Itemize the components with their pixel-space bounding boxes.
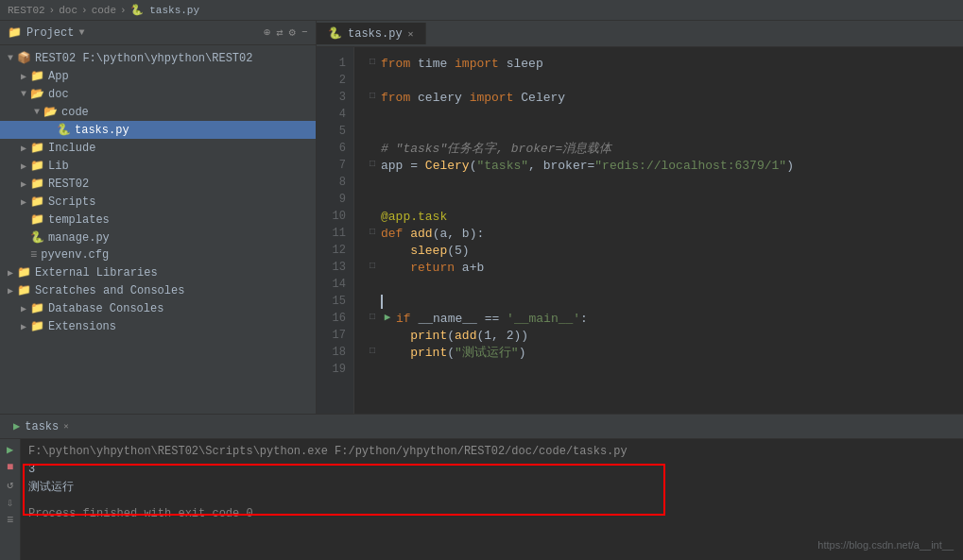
tab-file-icon: 🐍 [328,26,342,41]
folder-icon: 📁 [17,265,31,280]
project-sidebar: 📁 Project ▼ ⊕ ⇄ ⚙ – ▼ 📦 REST02 F:\python… [0,21,317,414]
run-button[interactable]: ▶ [7,443,13,457]
tree-item-code[interactable]: ▼ 📂 code [0,103,316,121]
tree-item-label: Include [48,142,95,155]
code-line: □ from celery import Celery [366,89,952,106]
breadcrumb-part: 🐍 tasks.py [130,4,199,16]
folder-icon: 📁 [30,177,44,191]
code-line [366,276,952,293]
arrow-icon: ▶ [17,143,30,154]
code-line [366,191,952,208]
tree-item-db-consoles[interactable]: ▶ 📁 Database Consoles [0,299,316,317]
breadcrumb-part: code [92,5,116,16]
tree-item-label: Database Consoles [48,302,163,315]
arrow-icon: ▶ [17,161,30,172]
stop-button[interactable]: ■ [7,461,13,474]
tree-item-tasks-py[interactable]: 🐍 tasks.py [0,121,316,139]
tree-item-templates[interactable]: 📁 templates [0,211,316,229]
folder-icon: 📁 [30,301,44,315]
fold-icon[interactable]: □ [366,55,379,69]
arrow-icon: ▶ [4,285,17,297]
code-line: □ app = Celery("tasks", broker="redis://… [366,157,952,174]
folder-icon: 📁 [30,212,44,227]
sidebar-title: 📁 Project ▼ [8,25,84,40]
tree-item-label: Extensions [48,320,116,333]
tree-item-external-libs[interactable]: ▶ 📁 External Libraries [0,263,316,281]
tree-item-manage-py[interactable]: 🐍 manage.py [0,229,316,246]
run-arrow-icon[interactable]: ▶ [381,310,394,326]
arrow-icon: ▶ [17,303,30,314]
code-content[interactable]: □ from time import sleep □ from celery i… [354,47,963,414]
scroll-button[interactable]: ⇩ [7,496,13,510]
settings-icon[interactable]: ⚙ [289,25,296,40]
run-tab-tasks[interactable]: ▶ tasks ✕ [4,416,78,436]
folder-icon: 📁 [30,195,44,209]
tree-item-label: External Libraries [35,266,158,280]
editor-tabs: 🐍 tasks.py ✕ [317,21,963,47]
editor-area: 🐍 tasks.py ✕ 12345 678910 1112131415 161… [317,21,963,414]
minimize-icon[interactable]: – [301,25,308,40]
run-tab-close-button[interactable]: ✕ [63,421,68,432]
tree-item-rest02-sub[interactable]: ▶ 📁 REST02 [0,175,316,193]
fold-icon[interactable]: □ [366,225,379,239]
run-toolbar: ▶ ■ ↺ ⇩ ≡ [0,439,21,560]
arrow-icon: ▶ [17,178,30,190]
folder-icon: 📁 [30,159,44,173]
editor-tab-tasks-py[interactable]: 🐍 tasks.py ✕ [317,23,426,44]
code-line: @app.task [366,208,952,225]
tree-item-extensions[interactable]: ▶ 📁 Extensions [0,317,316,335]
code-line [366,106,952,123]
cfg-file-icon: ≡ [30,248,37,262]
tree-item-lib[interactable]: ▶ 📁 Lib [0,157,316,175]
tree-item-doc[interactable]: ▼ 📂 doc [0,85,316,103]
run-finish-line: Process finished with exit code 0 [28,505,955,523]
rerun-button[interactable]: ↺ [7,478,13,492]
run-tab-label: tasks [25,420,59,433]
fold-icon[interactable]: □ [366,344,379,358]
line-numbers: 12345 678910 1112131415 16171819 [317,47,354,414]
tree-item-include[interactable]: ▶ 📁 Include [0,139,316,157]
breadcrumb-part: doc [59,5,77,16]
tree-item-scratches[interactable]: ▶ 📁 Scratches and Consoles [0,281,316,299]
code-editor: 12345 678910 1112131415 16171819 □ from … [317,47,963,414]
code-line [366,361,952,378]
tree-item-label: REST02 [48,178,89,191]
code-line: □ return a+b [366,259,952,276]
tree-item-label: REST02 F:\python\yhpython\REST02 [35,52,252,65]
tree-item-app[interactable]: ▶ 📁 App [0,67,316,85]
run-output-line-2: 测试运行 [28,479,955,497]
arrow-icon: ▼ [17,89,30,99]
collapse-icon[interactable]: ⇄ [276,25,283,40]
run-output-line-1: 3 [28,461,955,479]
arrow-icon: ▶ [4,267,17,279]
code-line: □ print("测试运行") [366,344,952,361]
folder-icon: 📁 [30,319,44,333]
run-command-line: F:\python\yhpython\REST02\Scripts\python… [28,443,955,461]
arrow-icon: ▼ [30,107,43,117]
folder-open-icon: 📂 [30,87,44,101]
fold-icon[interactable]: □ [366,259,379,273]
folder-icon: 📁 [17,283,31,297]
tree-item-label: pyvenv.cfg [41,248,109,262]
code-line [366,123,952,140]
fold-icon[interactable]: □ [366,89,379,103]
tree-item-scripts[interactable]: ▶ 📁 Scripts [0,193,316,211]
tree-item-pyvenv-cfg[interactable]: ≡ pyvenv.cfg [0,246,316,263]
sidebar-header: 📁 Project ▼ ⊕ ⇄ ⚙ – [0,21,316,45]
settings-button[interactable]: ≡ [7,514,13,527]
tree-item-label: App [48,70,69,83]
arrow-icon: ▶ [17,321,30,332]
arrow-icon: ▶ [17,196,30,208]
code-line: □ from time import sleep [366,55,952,72]
run-panel: ▶ tasks ✕ ▶ ■ ↺ ⇩ ≡ F:\python\yhpython\R… [0,414,963,560]
sync-icon[interactable]: ⊕ [264,25,270,40]
folder-icon: 📁 [30,69,44,83]
fold-icon[interactable]: □ [366,310,379,324]
arrow-icon: ▶ [17,71,30,82]
tree-item-label: manage.py [48,231,110,245]
tab-close-button[interactable]: ✕ [408,28,414,40]
tree-item-label: templates [48,213,110,227]
tree-item-rest02-root[interactable]: ▼ 📦 REST02 F:\python\yhpython\REST02 [0,49,316,67]
code-line [366,174,952,191]
fold-icon[interactable]: □ [366,157,379,171]
